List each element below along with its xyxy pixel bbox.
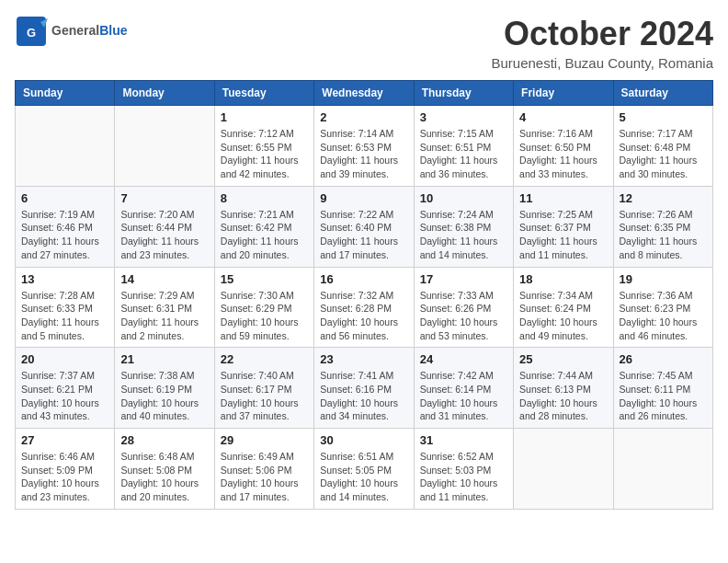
day-info: Sunrise: 7:37 AMSunset: 6:21 PMDaylight:… [21,369,108,423]
calendar-cell: 11Sunrise: 7:25 AMSunset: 6:37 PMDayligh… [514,186,613,267]
day-info: Sunrise: 7:21 AMSunset: 6:42 PMDaylight:… [221,208,308,262]
calendar-cell: 21Sunrise: 7:38 AMSunset: 6:19 PMDayligh… [115,348,214,429]
calendar-cell: 30Sunrise: 6:51 AMSunset: 5:05 PMDayligh… [314,429,414,510]
calendar-cell: 1Sunrise: 7:12 AMSunset: 6:55 PMDaylight… [214,106,313,187]
calendar-week-4: 20Sunrise: 7:37 AMSunset: 6:21 PMDayligh… [16,348,713,429]
day-number: 12 [620,191,707,205]
day-number: 27 [21,433,108,447]
day-info: Sunrise: 7:30 AMSunset: 6:29 PMDaylight:… [221,289,308,343]
weekday-header-wednesday: Wednesday [314,81,414,106]
day-number: 11 [519,191,607,205]
day-info: Sunrise: 7:38 AMSunset: 6:19 PMDaylight:… [120,369,208,423]
calendar-cell: 31Sunrise: 6:52 AMSunset: 5:03 PMDayligh… [414,429,513,510]
day-number: 7 [120,191,208,205]
day-number: 31 [420,433,507,447]
calendar-cell: 12Sunrise: 7:26 AMSunset: 6:35 PMDayligh… [613,186,712,267]
calendar-cell: 15Sunrise: 7:30 AMSunset: 6:29 PMDayligh… [214,267,313,348]
day-number: 18 [519,272,607,286]
page-header: G GeneralBlue October 2024 Buruenesti, B… [15,15,713,71]
calendar-cell: 17Sunrise: 7:33 AMSunset: 6:26 PMDayligh… [414,267,513,348]
day-number: 19 [620,272,707,286]
day-number: 2 [320,110,407,124]
day-info: Sunrise: 6:52 AMSunset: 5:03 PMDaylight:… [420,450,507,504]
logo: G GeneralBlue [15,15,127,48]
day-info: Sunrise: 6:48 AMSunset: 5:08 PMDaylight:… [120,450,208,504]
calendar-cell: 20Sunrise: 7:37 AMSunset: 6:21 PMDayligh… [16,348,115,429]
svg-text:G: G [27,26,36,40]
calendar-cell: 7Sunrise: 7:20 AMSunset: 6:44 PMDaylight… [115,186,214,267]
day-info: Sunrise: 7:45 AMSunset: 6:11 PMDaylight:… [620,369,707,423]
calendar-cell [613,429,712,510]
day-info: Sunrise: 7:14 AMSunset: 6:53 PMDaylight:… [320,127,407,181]
day-info: Sunrise: 7:19 AMSunset: 6:46 PMDaylight:… [21,208,108,262]
day-info: Sunrise: 7:25 AMSunset: 6:37 PMDaylight:… [519,208,607,262]
calendar-cell: 8Sunrise: 7:21 AMSunset: 6:42 PMDaylight… [214,186,313,267]
day-info: Sunrise: 7:26 AMSunset: 6:35 PMDaylight:… [620,208,707,262]
calendar-cell: 16Sunrise: 7:32 AMSunset: 6:28 PMDayligh… [314,267,414,348]
day-number: 4 [519,110,607,124]
weekday-header-thursday: Thursday [414,81,513,106]
day-info: Sunrise: 7:28 AMSunset: 6:33 PMDaylight:… [21,289,108,343]
day-number: 8 [221,191,308,205]
weekday-header-saturday: Saturday [613,81,712,106]
day-number: 9 [320,191,407,205]
day-info: Sunrise: 7:34 AMSunset: 6:24 PMDaylight:… [519,289,607,343]
calendar-cell: 10Sunrise: 7:24 AMSunset: 6:38 PMDayligh… [414,186,513,267]
calendar-cell: 6Sunrise: 7:19 AMSunset: 6:46 PMDaylight… [16,186,115,267]
day-number: 22 [221,352,308,366]
day-number: 28 [120,433,208,447]
weekday-header-friday: Friday [514,81,613,106]
day-number: 14 [120,272,208,286]
calendar-cell: 13Sunrise: 7:28 AMSunset: 6:33 PMDayligh… [16,267,115,348]
day-info: Sunrise: 7:36 AMSunset: 6:23 PMDaylight:… [620,289,707,343]
day-number: 20 [21,352,108,366]
day-info: Sunrise: 6:51 AMSunset: 5:05 PMDaylight:… [320,450,407,504]
day-number: 15 [221,272,308,286]
calendar-cell: 23Sunrise: 7:41 AMSunset: 6:16 PMDayligh… [314,348,414,429]
logo-blue: Blue [99,23,127,38]
day-info: Sunrise: 7:32 AMSunset: 6:28 PMDaylight:… [320,289,407,343]
day-info: Sunrise: 6:46 AMSunset: 5:09 PMDaylight:… [21,450,108,504]
calendar-cell: 25Sunrise: 7:44 AMSunset: 6:13 PMDayligh… [514,348,613,429]
calendar-cell [115,106,214,187]
calendar-cell: 14Sunrise: 7:29 AMSunset: 6:31 PMDayligh… [115,267,214,348]
calendar-cell: 24Sunrise: 7:42 AMSunset: 6:14 PMDayligh… [414,348,513,429]
day-info: Sunrise: 7:15 AMSunset: 6:51 PMDaylight:… [420,127,507,181]
day-number: 10 [420,191,507,205]
day-number: 1 [221,110,308,124]
subtitle: Buruenesti, Buzau County, Romania [491,55,713,71]
day-number: 24 [420,352,507,366]
calendar-week-3: 13Sunrise: 7:28 AMSunset: 6:33 PMDayligh… [16,267,713,348]
day-number: 5 [620,110,707,124]
calendar-cell: 28Sunrise: 6:48 AMSunset: 5:08 PMDayligh… [115,429,214,510]
logo-icon: G [15,15,48,48]
month-title: October 2024 [491,15,713,53]
day-info: Sunrise: 7:16 AMSunset: 6:50 PMDaylight:… [519,127,607,181]
day-number: 23 [320,352,407,366]
calendar-header-row: SundayMondayTuesdayWednesdayThursdayFrid… [16,81,713,106]
day-info: Sunrise: 7:33 AMSunset: 6:26 PMDaylight:… [420,289,507,343]
day-number: 16 [320,272,407,286]
day-info: Sunrise: 7:29 AMSunset: 6:31 PMDaylight:… [120,289,208,343]
logo-general: General [51,23,99,38]
day-info: Sunrise: 7:22 AMSunset: 6:40 PMDaylight:… [320,208,407,262]
calendar-week-2: 6Sunrise: 7:19 AMSunset: 6:46 PMDaylight… [16,186,713,267]
calendar-cell: 29Sunrise: 6:49 AMSunset: 5:06 PMDayligh… [214,429,313,510]
day-number: 30 [320,433,407,447]
day-number: 25 [519,352,607,366]
calendar-table: SundayMondayTuesdayWednesdayThursdayFrid… [15,80,713,510]
calendar-week-5: 27Sunrise: 6:46 AMSunset: 5:09 PMDayligh… [16,429,713,510]
day-number: 29 [221,433,308,447]
calendar-cell: 26Sunrise: 7:45 AMSunset: 6:11 PMDayligh… [613,348,712,429]
calendar-cell: 18Sunrise: 7:34 AMSunset: 6:24 PMDayligh… [514,267,613,348]
calendar-cell: 2Sunrise: 7:14 AMSunset: 6:53 PMDaylight… [314,106,414,187]
calendar-cell: 9Sunrise: 7:22 AMSunset: 6:40 PMDaylight… [314,186,414,267]
day-info: Sunrise: 7:24 AMSunset: 6:38 PMDaylight:… [420,208,507,262]
day-number: 17 [420,272,507,286]
day-info: Sunrise: 7:17 AMSunset: 6:48 PMDaylight:… [620,127,707,181]
day-number: 21 [120,352,208,366]
title-area: October 2024 Buruenesti, Buzau County, R… [491,15,713,71]
day-info: Sunrise: 7:12 AMSunset: 6:55 PMDaylight:… [221,127,308,181]
day-number: 6 [21,191,108,205]
day-info: Sunrise: 7:41 AMSunset: 6:16 PMDaylight:… [320,369,407,423]
